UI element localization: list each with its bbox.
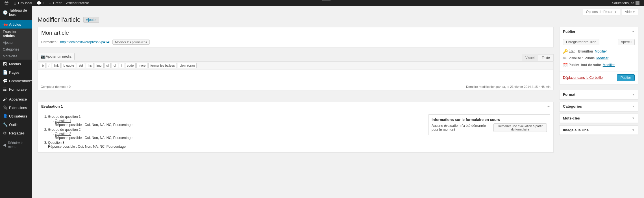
page-icon: 📄 <box>3 70 7 75</box>
preview-button[interactable]: Aperçu <box>618 39 635 45</box>
comment-icon: 💬 <box>36 1 40 5</box>
toggle-icon[interactable] <box>547 106 550 107</box>
featured-title: Image à la Une <box>563 128 589 132</box>
editor-toolbar-button[interactable]: li <box>119 63 124 68</box>
sidebar-submenu-articles: Tous les articles Ajouter Catégories Mot… <box>0 29 32 60</box>
sidebar-item-form[interactable]: ☷Formulaire <box>0 85 32 93</box>
sidebar-label-extensions: Extensions <box>9 106 27 110</box>
sidebar-item-articles[interactable]: 📌Articles <box>0 20 32 29</box>
toggle-icon[interactable] <box>632 31 635 32</box>
evaluation-box: Evaluation 1 Groupe de question 1 Questi <box>38 102 554 153</box>
sliders-icon: ⚙ <box>3 131 7 135</box>
info-title: Informations sur le formulaire en cours <box>432 118 547 122</box>
user-icon: 👤 <box>3 114 7 118</box>
site-name: Dev local <box>18 1 32 5</box>
editor-toolbar: bilinkb-quotedelinsimgulollicodemoreferm… <box>38 62 553 69</box>
publish-title: Publier <box>563 29 575 34</box>
plus-icon: + <box>48 1 52 5</box>
schedule-value: tout de suite <box>581 63 601 67</box>
list-item: Question 1 Réponse possible : Oui, Non, … <box>55 119 423 127</box>
sidebar-item-appearance[interactable]: 🖌Apparence <box>0 95 32 103</box>
screen-options-tab[interactable]: Options de l'écran▼ <box>583 9 620 15</box>
trash-link[interactable]: Déplacer dans la Corbeille <box>563 76 603 80</box>
editor-toolbar-button[interactable]: del <box>77 63 85 68</box>
save-draft-button[interactable]: Enregistrer brouillon <box>563 39 599 45</box>
modify-schedule-link[interactable]: Modifier <box>603 63 615 67</box>
modify-status-link[interactable]: Modifier <box>595 49 607 53</box>
publish-button[interactable]: Publier <box>617 74 635 81</box>
plug-icon: 🔌 <box>3 105 7 110</box>
sidebar-label-dashboard: Tableau de bord <box>9 8 29 17</box>
sidebar-item-comments[interactable]: 💬Commentaires <box>0 77 32 85</box>
sidebar-sub-all[interactable]: Tous les articles <box>0 29 32 39</box>
editor-tab-visual[interactable]: Visuel <box>522 54 538 61</box>
editor-toolbar-button[interactable]: link <box>52 63 61 68</box>
greeting[interactable]: Salutations, aa <box>610 0 641 6</box>
editor-toolbar-button[interactable]: img <box>95 63 104 68</box>
tags-box: Mots-clés▼ <box>559 114 638 123</box>
question-link[interactable]: Question 1 <box>55 119 71 123</box>
chevron-down-icon[interactable]: ▼ <box>632 105 635 108</box>
question-link[interactable]: Question 2 <box>55 132 71 136</box>
wordpress-icon: ⓦ <box>5 1 8 6</box>
editor-toolbar-button[interactable]: i <box>47 63 51 68</box>
sidebar-item-pages[interactable]: 📄Pages <box>0 68 32 77</box>
home-icon: ⌂ <box>13 1 17 5</box>
sidebar-item-users[interactable]: 👤Utilisateurs <box>0 112 32 120</box>
create-label: Créer <box>53 1 62 5</box>
sidebar-item-extensions[interactable]: 🔌Extensions <box>0 103 32 112</box>
editor-toolbar-button[interactable]: ul <box>105 63 111 68</box>
editor-body[interactable] <box>38 69 553 83</box>
sidebar-sub-tags[interactable]: Mots-clés <box>0 53 32 60</box>
sidebar-label-comments: Commentaires <box>9 79 33 83</box>
comments-link[interactable]: 💬0 <box>35 0 45 6</box>
sidebar-item-dashboard[interactable]: 🕐Tableau de bord <box>0 6 32 19</box>
sidebar-item-media[interactable]: 🖼Médias <box>0 60 32 68</box>
editor-toolbar-button[interactable]: more <box>136 63 147 68</box>
editor-toolbar-button[interactable]: b-quote <box>62 63 76 68</box>
chevron-down-icon[interactable]: ▼ <box>632 129 635 132</box>
editor-toolbar-button[interactable]: fermer les balises <box>148 63 177 68</box>
visibility-label: Visibilité : <box>569 56 583 60</box>
page-title: Modifier l'article <box>38 16 80 23</box>
help-tab[interactable]: Aide▼ <box>622 9 638 15</box>
camera-icon: 📷 <box>41 54 45 59</box>
browser-tab-stub <box>322 0 330 1</box>
evaluation-info: Informations sur le formulaire en cours … <box>428 114 550 135</box>
create-link[interactable]: +Créer <box>46 0 63 6</box>
editor-tab-text[interactable]: Texte <box>538 54 554 61</box>
chevron-down-icon[interactable]: ▼ <box>632 93 635 96</box>
sidebar-label-appearance: Apparence <box>9 97 27 101</box>
collapse-menu[interactable]: ◀Réduire le menu <box>0 139 32 151</box>
list-item: Question 2 Réponse possible : Oui, Non, … <box>55 132 423 140</box>
permalink-label: Permalien : <box>41 40 58 44</box>
sidebar-sub-categories[interactable]: Catégories <box>0 46 32 53</box>
chevron-down-icon[interactable]: ▼ <box>632 117 635 120</box>
form-icon: ☷ <box>3 87 7 92</box>
featured-image-box: Image à la Une▼ <box>559 125 638 135</box>
editor-toolbar-button[interactable]: b <box>40 63 46 68</box>
start-evaluation-button[interactable]: Démarrer une évaluation à partir du form… <box>493 123 547 132</box>
permalink-url[interactable]: http://localhost/wordpress/?p=141 <box>60 40 111 44</box>
edit-permalinks-button[interactable]: Modifier les permaliens <box>112 40 149 45</box>
help-label: Aide <box>625 10 632 14</box>
site-link[interactable]: ⌂Dev local <box>11 0 34 6</box>
add-media-button[interactable]: 📷Ajouter un média <box>38 53 75 60</box>
show-article-link[interactable]: Afficher l'article <box>64 0 91 6</box>
editor-toolbar-button[interactable]: plein écran <box>178 63 197 68</box>
modify-visibility-link[interactable]: Modifier <box>596 56 608 60</box>
sidebar-item-settings[interactable]: ⚙Réglages <box>0 129 32 137</box>
post-title-input[interactable] <box>38 27 553 38</box>
sidebar-item-tools[interactable]: 🔧Outils <box>0 120 32 129</box>
editor-toolbar-button[interactable]: ins <box>86 63 94 68</box>
wp-logo[interactable]: ⓦ <box>3 0 10 6</box>
editor-toolbar-button[interactable]: code <box>125 63 136 68</box>
screen-options-label: Options de l'écran <box>586 10 613 14</box>
sidebar-label-form: Formulaire <box>9 87 27 92</box>
group-label: Groupe de question 1 <box>48 115 80 119</box>
add-new-button[interactable]: Ajouter <box>83 17 99 23</box>
sidebar-label-users: Utilisateurs <box>9 114 27 118</box>
sidebar-sub-add[interactable]: Ajouter <box>0 39 32 46</box>
last-modified: Dernière modification par aa, le 21 févr… <box>466 85 551 88</box>
editor-toolbar-button[interactable]: ol <box>112 63 118 68</box>
